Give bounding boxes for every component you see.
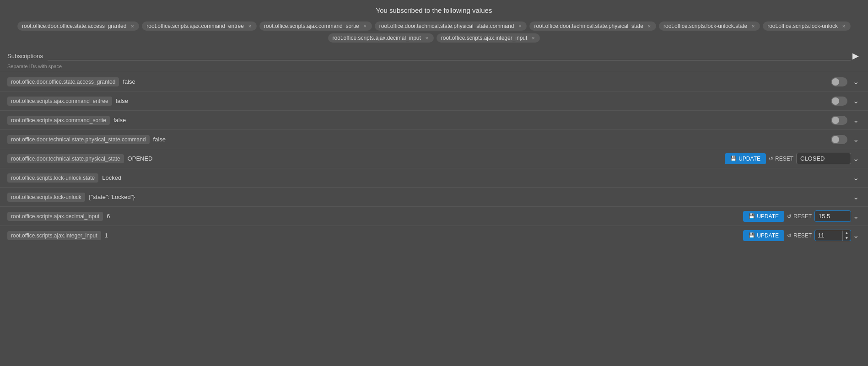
table-row: root.office.door.office.state.access_gra… xyxy=(0,72,868,92)
row-chevron[interactable]: ⌄ xyxy=(851,135,861,144)
tag-label: root.office.door.technical.state.physica… xyxy=(379,23,514,29)
subscription-tag: root.office.scripts.ajax.command_sortie× xyxy=(259,22,372,31)
subscription-tag: root.office.door.technical.state.physica… xyxy=(529,22,656,31)
tag-remove-button[interactable]: × xyxy=(517,23,523,29)
tag-remove-button[interactable]: × xyxy=(530,35,536,41)
table-row: root.office.scripts.ajax.command_sortief… xyxy=(0,111,868,130)
tag-label: root.office.scripts.ajax.command_sortie xyxy=(264,23,359,29)
row-value: Locked xyxy=(102,174,121,181)
subscription-tag: root.office.scripts.ajax.decimal_input× xyxy=(328,33,434,43)
row-value: 6 xyxy=(107,213,110,220)
table-row: root.office.scripts.lock-unlock.stateLoc… xyxy=(0,168,868,188)
table-row: root.office.scripts.ajax.integer_input1💾… xyxy=(0,226,868,245)
row-toggle[interactable] xyxy=(831,116,847,125)
subscription-tag: root.office.scripts.lock-unlock× xyxy=(763,22,851,31)
row-chevron[interactable]: ⌄ xyxy=(851,154,861,163)
tag-label: root.office.door.technical.state.physica… xyxy=(534,23,643,29)
row-value: {"state":"Locked"} xyxy=(89,194,135,200)
subscription-tag: root.office.scripts.ajax.command_entree× xyxy=(142,22,257,31)
subscriptions-tags: root.office.door.office.state.access_gra… xyxy=(0,19,868,47)
tag-remove-button[interactable]: × xyxy=(362,23,368,29)
tag-label: root.office.scripts.ajax.decimal_input xyxy=(333,35,421,41)
subscription-tag: root.office.scripts.lock-unlock.state× xyxy=(659,22,760,31)
integer-down-button[interactable]: ▼ xyxy=(843,236,851,241)
row-key: root.office.scripts.ajax.integer_input xyxy=(7,231,101,240)
integer-spinners: ▲▼ xyxy=(842,231,851,241)
row-key: root.office.door.office.state.access_gra… xyxy=(7,77,119,86)
row-chevron[interactable]: ⌄ xyxy=(851,116,861,124)
tag-remove-button[interactable]: × xyxy=(841,23,847,29)
tag-remove-button[interactable]: × xyxy=(129,23,135,29)
table-row: root.office.scripts.ajax.command_entreef… xyxy=(0,92,868,111)
row-value: OPENED xyxy=(128,155,153,162)
table-row: root.office.scripts.lock-unlock{"state":… xyxy=(0,188,868,207)
row-value: false xyxy=(123,78,135,85)
tag-remove-button[interactable]: × xyxy=(750,23,756,29)
row-key: root.office.scripts.ajax.command_sortie xyxy=(7,116,110,125)
tag-label: root.office.scripts.ajax.command_entree xyxy=(146,23,244,29)
row-toggle[interactable] xyxy=(831,135,847,144)
row-chevron[interactable]: ⌄ xyxy=(851,77,861,86)
row-chevron[interactable]: ⌄ xyxy=(851,97,861,105)
update-button[interactable]: 💾 UPDATE xyxy=(743,230,784,241)
row-key: root.office.scripts.lock-unlock.state xyxy=(7,173,98,183)
row-value: false xyxy=(153,136,166,143)
row-key: root.office.scripts.lock-unlock xyxy=(7,193,85,202)
input-hint: Separate IDs with space xyxy=(0,63,868,72)
row-value: false xyxy=(113,117,126,124)
row-chevron[interactable]: ⌄ xyxy=(851,173,861,182)
tag-label: root.office.scripts.lock-unlock.state xyxy=(663,23,747,29)
send-button[interactable]: ▶ xyxy=(851,51,861,61)
tag-remove-button[interactable]: × xyxy=(247,23,253,29)
row-toggle[interactable] xyxy=(831,77,847,86)
page-title: You subscribed to the following values xyxy=(0,0,868,19)
subscription-tag: root.office.scripts.ajax.integer_input× xyxy=(437,33,540,43)
tag-label: root.office.door.office.state.access_gra… xyxy=(22,23,126,29)
row-key: root.office.door.technical.state.physica… xyxy=(7,135,150,144)
table-row: root.office.door.technical.state.physica… xyxy=(0,149,868,168)
integer-input-wrapper: ▲▼ xyxy=(814,230,851,241)
row-key: root.office.scripts.ajax.decimal_input xyxy=(7,212,103,221)
subscription-tag: root.office.door.technical.state.physica… xyxy=(375,22,527,31)
integer-input[interactable] xyxy=(815,230,842,241)
row-value: 1 xyxy=(105,232,108,239)
tag-remove-button[interactable]: × xyxy=(646,23,652,29)
row-key: root.office.scripts.ajax.command_entree xyxy=(7,97,112,106)
reset-button[interactable]: ↺ RESET xyxy=(787,213,812,220)
subscription-tag: root.office.door.office.state.access_gra… xyxy=(17,22,139,31)
reset-button[interactable]: ↺ RESET xyxy=(769,156,793,162)
tag-label: root.office.scripts.ajax.integer_input xyxy=(441,35,528,41)
table-row: root.office.scripts.ajax.decimal_input6💾… xyxy=(0,207,868,226)
row-chevron[interactable]: ⌄ xyxy=(851,212,861,221)
integer-up-button[interactable]: ▲ xyxy=(843,231,851,236)
row-select[interactable]: OPENEDCLOSED xyxy=(796,153,851,164)
row-toggle[interactable] xyxy=(831,97,847,106)
decimal-input[interactable] xyxy=(814,210,851,222)
subscription-input[interactable] xyxy=(48,51,851,60)
row-chevron[interactable]: ⌄ xyxy=(851,231,861,240)
subscription-input-wrapper: Subscriptions ▶ Separate IDs with space xyxy=(0,47,868,72)
update-button[interactable]: 💾 UPDATE xyxy=(743,211,784,222)
tag-remove-button[interactable]: × xyxy=(424,35,430,41)
sub-rows: root.office.door.office.state.access_gra… xyxy=(0,72,868,245)
subscriptions-label: Subscriptions xyxy=(7,53,43,59)
reset-button[interactable]: ↺ RESET xyxy=(787,232,812,239)
row-chevron[interactable]: ⌄ xyxy=(851,193,861,201)
table-row: root.office.door.technical.state.physica… xyxy=(0,130,868,149)
tag-label: root.office.scripts.lock-unlock xyxy=(767,23,838,29)
row-key: root.office.door.technical.state.physica… xyxy=(7,154,124,163)
row-value: false xyxy=(116,97,128,104)
update-button[interactable]: 💾 UPDATE xyxy=(725,153,766,164)
